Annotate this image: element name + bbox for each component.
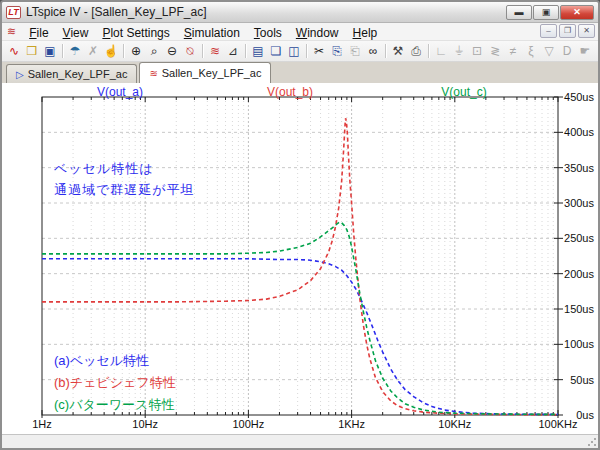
- legend-butterworth[interactable]: (c)バターワース特性: [54, 396, 174, 414]
- autorange-icon[interactable]: ≋: [206, 43, 224, 60]
- wire-icon: ∟: [432, 43, 450, 60]
- trace-label-vout-b[interactable]: V(out_b): [267, 85, 313, 99]
- x-tick-label: 100Hz: [232, 418, 264, 430]
- diode-icon: ▽: [540, 43, 558, 60]
- net-label-icon: ⊡: [468, 43, 486, 60]
- y-tick-label: 450us: [560, 91, 594, 103]
- trace-label-vout-a[interactable]: V(out_a): [97, 85, 143, 99]
- menu-bar: ≋ FileViewPlot SettingsSimulationToolsWi…: [2, 23, 598, 41]
- trace-label-vout-c[interactable]: V(out_c): [441, 85, 486, 99]
- tile-vertical-icon[interactable]: ◫: [285, 43, 303, 60]
- window-title: LTspice IV - [Sallen_Key_LPF_ac]: [26, 5, 506, 19]
- move-icon: ☛: [576, 43, 594, 60]
- open-folder-icon[interactable]: ❒: [23, 43, 41, 60]
- menu-view[interactable]: View: [56, 25, 96, 41]
- x-tick-label: 100KHz: [538, 418, 577, 430]
- toolbar-separator: [123, 44, 124, 58]
- plot-settings-icon[interactable]: ⊿: [224, 43, 242, 60]
- y-tick-label: 300us: [560, 197, 594, 209]
- ground-icon: ⏚: [450, 43, 468, 60]
- y-tick-label: 200us: [560, 268, 594, 280]
- schematic-icon: ▷: [16, 69, 24, 80]
- title-bar: LT LTspice IV - [Sallen_Key_LPF_ac] ▬ ▣ …: [2, 2, 598, 23]
- tab-label: Sallen_Key_LPF_ac: [28, 68, 128, 80]
- new-schematic-icon[interactable]: ∿: [5, 43, 23, 60]
- menu-file[interactable]: File: [22, 25, 55, 41]
- legend-chebyshev[interactable]: (b)チェビシェフ特性: [54, 374, 176, 392]
- y-tick-label: 150us: [560, 303, 594, 315]
- toolbar-separator: [62, 44, 63, 58]
- resize-grip[interactable]: [586, 436, 597, 447]
- minimize-button[interactable]: ▬: [506, 5, 532, 20]
- capacitor-icon: ≠: [504, 43, 522, 60]
- menu-plot-settings[interactable]: Plot Settings: [95, 25, 176, 41]
- close-button[interactable]: ✕: [560, 5, 594, 20]
- status-bar: [2, 434, 598, 448]
- maximize-button[interactable]: ▣: [533, 5, 559, 20]
- tab-label: Sallen_Key_LPF_ac: [162, 67, 262, 79]
- zoom-in-icon[interactable]: ⊕: [127, 43, 145, 60]
- control-panel-icon[interactable]: ⚒: [389, 43, 407, 60]
- y-tick-label: 400us: [560, 126, 594, 138]
- y-tick-label: 100us: [560, 338, 594, 350]
- zoom-region-icon[interactable]: ⌕: [145, 43, 163, 60]
- menu-tools[interactable]: Tools: [247, 25, 289, 41]
- y-tick-label: 250us: [560, 232, 594, 244]
- zoom-out-icon[interactable]: ⊖: [163, 43, 181, 60]
- cascade-windows-icon[interactable]: ❏: [267, 43, 285, 60]
- menu-help[interactable]: Help: [346, 25, 385, 41]
- waveform-icon: ≋: [149, 68, 157, 79]
- annotation-line-2[interactable]: 通過域で群遅延が平坦: [54, 181, 195, 199]
- ltspice-window: LT LTspice IV - [Sallen_Key_LPF_ac] ▬ ▣ …: [0, 0, 600, 450]
- waveform-plot[interactable]: V(out_a) V(out_b) V(out_c) ベッセル特性は 通過域で群…: [2, 84, 598, 434]
- x-tick-label: 10KHz: [438, 418, 471, 430]
- child-close-button[interactable]: ✕: [578, 24, 595, 38]
- x-tick-label: 10Hz: [132, 418, 158, 430]
- halt-icon: ✗: [84, 43, 102, 60]
- y-tick-label: 350us: [560, 162, 594, 174]
- inductor-icon: ξ: [522, 43, 540, 60]
- toolbar-separator: [306, 44, 307, 58]
- x-tick-label: 1KHz: [338, 418, 365, 430]
- zoom-fit-icon[interactable]: ⍉: [181, 43, 199, 60]
- tab-waveform-sallen_key_lpf_ac[interactable]: ≋Sallen_Key_LPF_ac: [139, 62, 271, 83]
- toolbar-separator: [202, 44, 203, 58]
- toolbar-separator: [428, 44, 429, 58]
- toolbar-separator: [245, 44, 246, 58]
- annotation-line-1[interactable]: ベッセル特性は: [54, 160, 154, 178]
- toolbar-separator: [385, 44, 386, 58]
- tab-bar: ▷Sallen_Key_LPF_ac≋Sallen_Key_LPF_ac: [2, 62, 598, 84]
- legend-bessel[interactable]: (a)ベッセル特性: [54, 352, 149, 370]
- child-restore-button[interactable]: ❐: [559, 24, 576, 38]
- x-tick-label: 1Hz: [32, 418, 52, 430]
- waveform-doc-icon: ≋: [7, 25, 16, 38]
- menu-simulation[interactable]: Simulation: [177, 25, 247, 41]
- resistor-icon: ≷: [486, 43, 504, 60]
- component-icon: D: [558, 43, 576, 60]
- y-tick-label: 50us: [560, 374, 594, 386]
- copy-icon[interactable]: ⎘: [328, 43, 346, 60]
- tab-schematic-sallen_key_lpf_ac[interactable]: ▷Sallen_Key_LPF_ac: [6, 64, 137, 83]
- child-minimize-button[interactable]: –: [540, 24, 557, 38]
- toolbar: ∿❒▣☂✗☝⊕⌕⊖⍉≋⊿▤❏◫✂⎘⎗∞⚒⎙∟⏚⊡≷≠ξ▽D☛: [2, 41, 598, 62]
- menu-window[interactable]: Window: [289, 25, 346, 41]
- save-icon[interactable]: ▣: [41, 43, 59, 60]
- cut-icon[interactable]: ✂: [310, 43, 328, 60]
- tile-horizontal-icon[interactable]: ▤: [249, 43, 267, 60]
- find-icon[interactable]: ∞: [364, 43, 382, 60]
- print-icon[interactable]: ⎙: [407, 43, 425, 60]
- run-icon[interactable]: ☂: [66, 43, 84, 60]
- pan-icon: ☝: [102, 43, 120, 60]
- paste-icon: ⎗: [346, 43, 364, 60]
- ltspice-logo-icon: LT: [6, 6, 21, 19]
